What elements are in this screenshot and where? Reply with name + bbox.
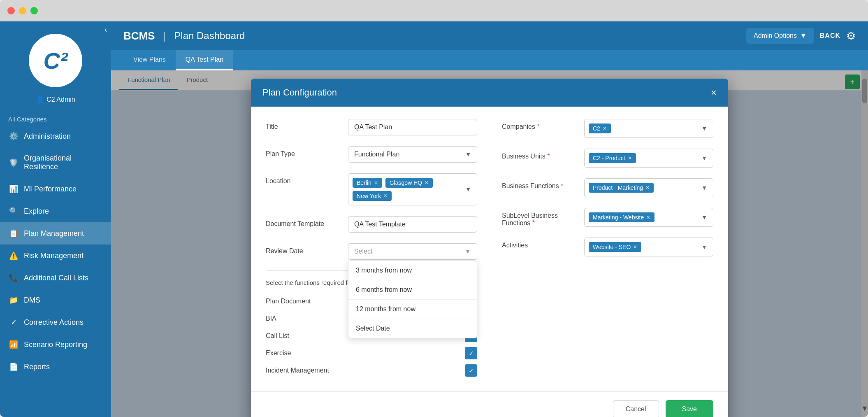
sublevel-tag-remove[interactable]: ✕ bbox=[646, 214, 650, 220]
user-icon: 👤 bbox=[36, 96, 44, 103]
sidebar-item-label: Scenario Reporting bbox=[24, 340, 87, 349]
location-field-group: Location Berlin ✕ G bbox=[266, 173, 477, 205]
sidebar: C² ‹ 👤 C2 Admin All Categories ⚙️ Admini… bbox=[0, 21, 111, 417]
back-button[interactable]: BACK bbox=[820, 32, 840, 40]
tab-view-plans[interactable]: View Plans bbox=[123, 50, 176, 70]
review-date-chevron: ▼ bbox=[464, 248, 471, 255]
companies-chevron: ▼ bbox=[701, 125, 707, 132]
sidebar-item-plan-management[interactable]: 📋 Plan Management bbox=[0, 222, 111, 245]
sidebar-item-administration[interactable]: ⚙️ Administration bbox=[0, 125, 111, 147]
plan-configuration-modal: Plan Configuration × Title bbox=[251, 79, 728, 417]
function-exercise: Exercise ✓ bbox=[266, 345, 477, 362]
business-units-tag-c2-product-remove[interactable]: ✕ bbox=[628, 155, 632, 161]
corrective-actions-icon: ✓ bbox=[9, 318, 18, 327]
sidebar-item-corrective-actions[interactable]: ✓ Corrective Actions bbox=[0, 311, 111, 333]
activities-tags-field[interactable]: Website - SEO ✕ ▼ bbox=[584, 238, 713, 256]
admin-options-button[interactable]: Admin Options ▼ bbox=[746, 28, 814, 44]
review-date-option-12months[interactable]: 12 months from now bbox=[348, 300, 477, 319]
review-date-wrapper: Select ▼ 3 months from now 6 months from… bbox=[348, 243, 477, 260]
gear-icon[interactable]: ⚙ bbox=[846, 30, 856, 42]
sidebar-logo: C² ‹ bbox=[0, 21, 111, 96]
business-units-tags-content: C2 - Product ✕ bbox=[588, 152, 701, 164]
tab-qa-test-plan[interactable]: QA Test Plan bbox=[176, 50, 233, 70]
plan-type-label: Plan Type bbox=[266, 146, 348, 158]
business-functions-tag-remove[interactable]: ✕ bbox=[645, 185, 650, 191]
sublevel-business-functions-tags-field[interactable]: Marketing - Website ✕ ▼ bbox=[584, 208, 713, 227]
topbar-right: Admin Options ▼ BACK ⚙ bbox=[746, 28, 856, 44]
sidebar-item-organisational-resilience[interactable]: 🛡️ Organisational Resilience bbox=[0, 147, 111, 178]
business-functions-tags-content: Product - Marketing ✕ bbox=[588, 182, 701, 193]
business-units-label: Business Units * bbox=[502, 149, 584, 160]
sidebar-item-reports[interactable]: 📄 Reports bbox=[0, 356, 111, 378]
sidebar-item-label: Additional Call Lists bbox=[24, 274, 88, 282]
maximize-button[interactable] bbox=[30, 7, 38, 14]
modal-body: Title Plan Type Functional Plan ▼ bbox=[251, 107, 728, 391]
activities-chevron: ▼ bbox=[701, 244, 707, 250]
brand-name: BCMS bbox=[123, 30, 155, 42]
review-date-option-6months[interactable]: 6 months from now bbox=[348, 280, 477, 300]
companies-tags-content: C2 ✕ bbox=[588, 123, 701, 134]
save-button[interactable]: Save bbox=[666, 400, 713, 417]
location-label: Location bbox=[266, 173, 348, 185]
main-content: BCMS | Plan Dashboard Admin Options ▼ BA… bbox=[111, 21, 868, 417]
location-tags-field[interactable]: Berlin ✕ Glasgow HQ ✕ bbox=[348, 173, 477, 205]
function-incident-management: Incident Management ✓ bbox=[266, 362, 477, 379]
review-date-option-3months[interactable]: 3 months from now bbox=[348, 261, 477, 280]
modal-close-button[interactable]: × bbox=[711, 87, 717, 98]
admin-options-label: Admin Options bbox=[754, 32, 797, 40]
function-bia-label: BIA bbox=[266, 315, 276, 322]
sidebar-item-label: Explore bbox=[24, 207, 49, 216]
sidebar-user: 👤 C2 Admin bbox=[0, 96, 111, 112]
sidebar-item-risk-management[interactable]: ⚠️ Risk Management bbox=[0, 245, 111, 267]
location-tag-glasgow-remove[interactable]: ✕ bbox=[425, 180, 429, 186]
minimize-button[interactable] bbox=[19, 7, 26, 14]
resilience-icon: 🛡️ bbox=[9, 158, 18, 167]
modal-right-column: Companies * C2 ✕ ▼ bbox=[502, 119, 713, 379]
modal-footer: Cancel Save bbox=[251, 391, 728, 417]
location-tag-glasgow: Glasgow HQ ✕ bbox=[385, 178, 433, 188]
review-date-dropdown[interactable]: Select ▼ bbox=[348, 243, 477, 260]
companies-tag-c2: C2 ✕ bbox=[589, 123, 611, 133]
sidebar-item-additional-call-lists[interactable]: 📞 Additional Call Lists bbox=[0, 267, 111, 289]
title-input[interactable] bbox=[348, 119, 477, 135]
sublevel-business-functions-tags-content: Marketing - Website ✕ bbox=[588, 212, 701, 223]
location-tag-newyork-remove[interactable]: ✕ bbox=[383, 193, 388, 199]
review-date-option-select-date[interactable]: Select Date bbox=[348, 319, 477, 338]
business-functions-tags-field[interactable]: Product - Marketing ✕ ▼ bbox=[584, 178, 713, 197]
sidebar-item-dms[interactable]: 📁 DMS bbox=[0, 289, 111, 311]
sidebar-item-mi-performance[interactable]: 📊 MI Performance bbox=[0, 178, 111, 200]
sidebar-collapse-icon[interactable]: ‹ bbox=[104, 26, 107, 34]
title-label: Title bbox=[266, 119, 348, 130]
modal-left-column: Title Plan Type Functional Plan ▼ bbox=[266, 119, 477, 379]
plan-type-value: Functional Plan bbox=[354, 151, 399, 158]
sublevel-business-functions-label: SubLevel Business Functions * bbox=[502, 208, 584, 227]
function-exercise-checkbox[interactable]: ✓ bbox=[465, 347, 477, 359]
check-mark-icon: ✓ bbox=[469, 349, 474, 357]
companies-tag-c2-remove[interactable]: ✕ bbox=[603, 126, 607, 131]
review-date-label: Review Date bbox=[266, 243, 348, 255]
document-template-select[interactable]: QA Test Template bbox=[348, 216, 477, 233]
location-tag-newyork: New York ✕ bbox=[353, 191, 392, 201]
tabs-bar: View Plans QA Test Plan bbox=[111, 50, 868, 70]
app-body: C² ‹ 👤 C2 Admin All Categories ⚙️ Admini… bbox=[0, 21, 868, 417]
activities-tag-remove[interactable]: ✕ bbox=[633, 244, 637, 250]
document-template-value: QA Test Template bbox=[354, 221, 406, 228]
plan-type-select[interactable]: Functional Plan ▼ bbox=[348, 146, 477, 163]
sidebar-item-explore[interactable]: 🔍 Explore bbox=[0, 200, 111, 222]
sidebar-item-label: Administration bbox=[24, 132, 71, 141]
business-units-tags-field[interactable]: C2 - Product ✕ ▼ bbox=[584, 149, 713, 168]
review-date-menu: 3 months from now 6 months from now 12 m… bbox=[348, 261, 477, 338]
modal-backdrop: Plan Configuration × Title bbox=[111, 70, 868, 417]
companies-tags-field[interactable]: C2 ✕ ▼ bbox=[584, 119, 713, 138]
cancel-button[interactable]: Cancel bbox=[613, 400, 659, 417]
sidebar-item-label: Corrective Actions bbox=[24, 318, 84, 327]
function-incident-management-checkbox[interactable]: ✓ bbox=[465, 364, 477, 377]
sidebar-item-scenario-reporting[interactable]: 📶 Scenario Reporting bbox=[0, 333, 111, 356]
close-button[interactable] bbox=[7, 7, 15, 14]
call-lists-icon: 📞 bbox=[9, 273, 18, 282]
app-window: C² ‹ 👤 C2 Admin All Categories ⚙️ Admini… bbox=[0, 0, 868, 417]
location-tag-berlin-remove[interactable]: ✕ bbox=[374, 180, 378, 186]
activities-tags-content: Website - SEO ✕ bbox=[588, 241, 701, 253]
topbar: BCMS | Plan Dashboard Admin Options ▼ BA… bbox=[111, 21, 868, 50]
scenario-reporting-icon: 📶 bbox=[9, 340, 18, 349]
